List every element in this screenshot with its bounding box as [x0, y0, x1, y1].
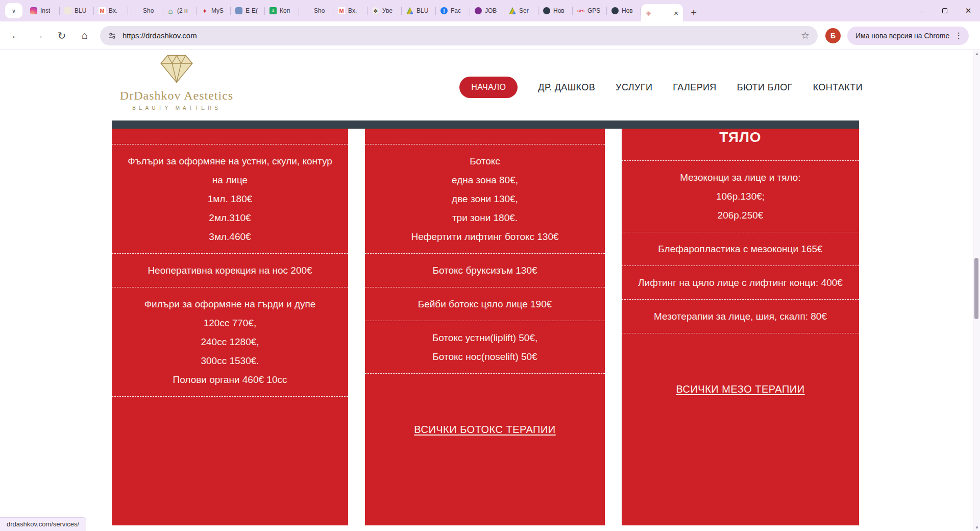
reload-button[interactable]: ↻: [53, 27, 71, 45]
tab-close-icon[interactable]: ×: [674, 9, 678, 17]
active-tab[interactable]: ◈ ×: [641, 4, 683, 21]
price-line: Мезотерапии за лице, шия, скалп: 80€: [635, 307, 846, 326]
window-close-button[interactable]: ✕: [957, 0, 980, 21]
nav-item-2[interactable]: ДР. ДАШКОВ: [538, 82, 595, 93]
price-line: Бейби ботокс цяло лице 190€: [378, 295, 592, 313]
status-bar-url: drdashkov.com/services/: [0, 517, 86, 531]
gmail-icon: M: [99, 7, 106, 14]
tab-(2 н[interactable]: ⌂(2 н: [162, 0, 197, 21]
drive-icon: [406, 7, 413, 14]
site-info-icon[interactable]: [108, 32, 116, 40]
chatgpt-icon: ✻: [372, 7, 379, 14]
price-line: Блефаропластика с мезоконци 165€: [635, 239, 846, 258]
price-section: Блефаропластика с мезоконци 165€: [622, 232, 859, 266]
scroll-up-arrow-icon[interactable]: ▲: [973, 50, 980, 57]
price-line: Ботокс нос(noselift) 50€: [378, 347, 592, 366]
price-section: Филъри за оформяне на гърди и дупе120cc …: [112, 287, 348, 397]
tab-Sho[interactable]: Sho: [128, 0, 162, 21]
price-section: Ботокседна зона 80€,две зони 130€,три зо…: [365, 144, 605, 253]
price-line: две зони 130€,: [378, 189, 592, 208]
gmail-icon: M: [338, 7, 345, 14]
chrome-update-chip[interactable]: Има нова версия на Chrome ⋮: [847, 27, 969, 45]
tab-BLU[interactable]: BLU: [60, 0, 94, 21]
price-line: Филъри за оформяне на гърди и дупе: [125, 295, 335, 313]
price-column-3: ТЯЛОМезоконци за лице и тяло:106р.130€;2…: [622, 129, 859, 525]
price-line: 3мл.460€: [125, 227, 335, 246]
price-line: 120cc 770€,: [125, 313, 335, 332]
see-all-link[interactable]: ВСИЧКИ МЕЗО ТЕРАПИИ: [676, 383, 804, 395]
nav-item-3[interactable]: УСЛУГИ: [616, 82, 652, 93]
tab-Коп[interactable]: +Коп: [265, 0, 299, 21]
tab-Уве[interactable]: ✻Уве: [368, 0, 402, 21]
window-minimize-button[interactable]: —: [910, 0, 933, 21]
nav-item-4[interactable]: ГАЛЕРИЯ: [673, 82, 717, 93]
home-button[interactable]: ⌂: [76, 27, 94, 45]
see-all-link[interactable]: ВСИЧКИ БОТОКС ТЕРАПИИ: [414, 424, 555, 436]
tab-Sho[interactable]: Sho: [299, 0, 333, 21]
tab-Bx.[interactable]: MBx.: [333, 0, 368, 21]
tab-JOB[interactable]: JOB: [470, 0, 504, 21]
bookmark-star-icon[interactable]: ☆: [801, 30, 810, 41]
back-button[interactable]: ←: [7, 27, 25, 45]
price-line: Ботокс: [378, 152, 592, 171]
tab-title: Bx.: [109, 7, 117, 14]
price-line: 300cc 1530€.: [125, 351, 335, 370]
tab-title: JOB: [485, 7, 497, 14]
scroll-down-arrow-icon[interactable]: ▼: [973, 524, 980, 531]
pricing-columns: Фълъри за оформяне на устни, скули, конт…: [112, 129, 859, 525]
column-heading: ТЯЛО: [622, 129, 859, 160]
new-tab-button[interactable]: +: [686, 5, 701, 20]
globe-dark-icon: [611, 7, 619, 14]
window-controls: — ✕: [910, 0, 980, 21]
tab-search-button[interactable]: ∨: [5, 3, 22, 18]
tab-Fac[interactable]: fFac: [436, 0, 470, 21]
price-line: Нефертити лифтинг ботокс 130€: [378, 227, 592, 246]
forward-button[interactable]: →: [30, 27, 48, 45]
tab-BLU[interactable]: BLU: [402, 0, 436, 21]
tab-title: BLU: [416, 7, 428, 14]
tab-E-E([interactable]: E-E(: [231, 0, 265, 21]
address-bar[interactable]: https://drdashkov.com ☆: [100, 26, 818, 45]
diamond-logo-icon: [160, 54, 193, 84]
menu-dots-icon[interactable]: ⋮: [954, 31, 963, 40]
blank-icon: [133, 7, 140, 14]
scrollbar[interactable]: ▲ ▼: [973, 50, 980, 531]
tab-title: Уве: [382, 7, 393, 14]
tab-GPS[interactable]: GPSGPS: [573, 0, 607, 21]
update-notice-text: Има нова версия на Chrome: [855, 32, 949, 40]
price-column-2: Ботокседна зона 80€,две зони 130€,три зо…: [365, 129, 605, 525]
price-line: Полови органи 460€ 10cc: [125, 370, 335, 389]
price-section: Ботокс устни(liplift) 50€,Ботокс нос(nos…: [365, 321, 605, 374]
blank-icon: [304, 7, 311, 14]
price-section: Бейби ботокс цяло лице 190€: [365, 287, 605, 321]
price-line: три зони 180€.: [378, 208, 592, 227]
site-logo[interactable]: DrDashkov Aestetics BEAUTY MATTERS: [112, 54, 241, 111]
nav-item-5[interactable]: БЮТИ БЛОГ: [737, 82, 793, 93]
price-line: Ботокс устни(liplift) 50€,: [378, 328, 592, 347]
tab-title: (2 н: [177, 7, 188, 14]
nav-item-1[interactable]: НАЧАЛО: [459, 77, 518, 98]
tab-MyS[interactable]: ♦MyS: [197, 0, 231, 21]
gem-red-icon: ♦: [201, 7, 208, 14]
chevron-down-icon: ∨: [12, 8, 16, 14]
site-favicon-icon: ◈: [646, 9, 651, 17]
price-section: Фълъри за оформяне на устни, скули, конт…: [112, 144, 348, 253]
sheets-green-icon: +: [270, 7, 277, 14]
price-line: 2мл.310€: [125, 208, 335, 227]
tab-Inst[interactable]: Inst: [26, 0, 60, 21]
profile-avatar[interactable]: Б: [825, 28, 841, 43]
tab-Нов[interactable]: Нов: [538, 0, 573, 21]
section-dark-bar: [112, 120, 859, 129]
price-section: Мезоконци за лице и тяло:106р.130€;206р.…: [622, 160, 859, 232]
tab-title: Sho: [314, 7, 325, 14]
tab-Нов[interactable]: Нов: [607, 0, 641, 21]
scrollbar-thumb[interactable]: [974, 258, 978, 319]
tab-title: E-E(: [246, 7, 258, 14]
price-line: 206р.250€: [635, 206, 846, 225]
nav-item-6[interactable]: КОНТАКТИ: [813, 82, 863, 93]
window-maximize-button[interactable]: [933, 0, 957, 21]
tab-Ser[interactable]: Ser: [504, 0, 538, 21]
home-green-icon: ⌂: [167, 7, 174, 14]
tab-title: BLU: [75, 7, 86, 14]
tab-Bx.[interactable]: MBx.: [94, 0, 128, 21]
